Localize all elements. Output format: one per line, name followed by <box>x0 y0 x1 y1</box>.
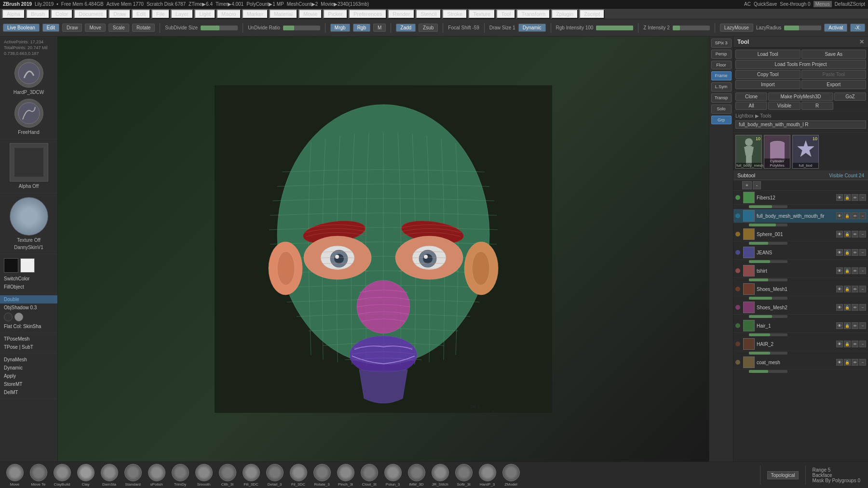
goz-btn[interactable]: GoZ <box>834 92 866 101</box>
quicksave-label[interactable]: QuickSave <box>754 1 777 7</box>
brush-bottom-item[interactable]: Fill_3DC <box>240 464 262 487</box>
subtool-icon[interactable]: ~ <box>859 231 866 237</box>
brush-bottom-item[interactable]: Clay <box>75 464 96 487</box>
subtool-icon[interactable]: ✏ <box>852 249 858 256</box>
subtool-icon[interactable]: ~ <box>859 286 866 292</box>
rgb-intensity-slider[interactable] <box>596 26 633 30</box>
tpose-mesh-btn[interactable]: TPoseMesh <box>0 335 57 343</box>
menu-item-tool[interactable]: Tool <box>496 9 515 19</box>
menu-item-picker[interactable]: Picker <box>323 9 348 19</box>
default2zscript[interactable]: DefaultZScript <box>835 1 865 7</box>
subtool-visibility-slider[interactable] <box>749 352 787 355</box>
paste-tool-btn[interactable]: Paste Tool <box>801 70 867 79</box>
brush-bottom-item[interactable]: Clth_3t <box>217 464 238 487</box>
viewport[interactable]: tile L tile 3 <box>58 37 709 462</box>
menu-item-marker[interactable]: Marker <box>242 9 268 19</box>
subtool-add-btn[interactable]: + <box>742 181 752 189</box>
tool-close-icon[interactable]: ✕ <box>859 39 864 45</box>
subtool-visibility-slider[interactable] <box>749 370 787 373</box>
subtool-icon[interactable]: ✏ <box>852 304 858 311</box>
subtool-icon[interactable]: 👁 <box>836 249 843 256</box>
subtool-icon[interactable]: 🔒 <box>844 341 851 347</box>
texture-thumb[interactable] <box>10 197 48 236</box>
fill-object-btn[interactable]: FillObject <box>0 283 57 291</box>
flat-col-btn[interactable]: Flat Col: SkinSha <box>0 322 57 330</box>
icon-btn-persp[interactable]: Persp <box>711 50 732 59</box>
icon-btn-lsym[interactable]: L.Sym <box>711 82 732 92</box>
menu-item-alpha[interactable]: Alpha <box>2 9 25 19</box>
canvas-area[interactable]: tile L tile 3 <box>58 37 709 462</box>
clone-btn[interactable]: Clone <box>735 92 767 101</box>
subtool-visibility-slider[interactable] <box>749 260 787 263</box>
subtool-icon[interactable]: 👁 <box>836 322 843 329</box>
double-btn[interactable]: Double <box>0 295 57 303</box>
subtool-item[interactable]: JEANS👁🔒✏~ <box>733 246 868 260</box>
icon-btn-grp[interactable]: Grp <box>711 116 732 125</box>
brush-bottom-item[interactable]: Softr_3t <box>453 464 475 487</box>
obj-shadow-btn[interactable]: ObjShadow 0.3 <box>0 303 57 312</box>
subtool-icon[interactable]: 🔒 <box>844 249 851 256</box>
brush-bottom-item[interactable]: Clout_3t <box>358 464 380 487</box>
brush-bottom-item[interactable]: ClayBuild <box>51 464 73 487</box>
store-mt-btn[interactable]: StoreMT <box>0 380 57 388</box>
edit-btn[interactable]: Edit <box>42 24 59 32</box>
load-tool-btn[interactable]: Load Tool <box>735 50 800 59</box>
menu-item-stroke[interactable]: Stroke <box>442 9 467 19</box>
tpose-sub-btn[interactable]: TPose | SubT <box>0 343 57 351</box>
subtool-icon[interactable]: ✏ <box>852 231 858 237</box>
menu-item-stencil[interactable]: Stencil <box>416 9 441 19</box>
brush-bottom-item[interactable]: Rotate_3 <box>311 464 333 487</box>
brush-bottom-item[interactable]: Move Te <box>27 464 49 487</box>
subtool-icon[interactable]: ~ <box>859 194 866 201</box>
undivide-ratio-slider[interactable] <box>283 26 320 30</box>
brush-bottom-item[interactable]: Standard <box>122 464 144 487</box>
subtool-icon[interactable]: 👁 <box>836 341 843 347</box>
lazy-radius-slider[interactable] <box>784 26 821 30</box>
subtool-icon[interactable]: 🔒 <box>844 267 851 274</box>
subtool-icon[interactable]: 👁 <box>836 286 843 292</box>
subtool-icon[interactable]: 👁 <box>836 231 843 237</box>
menus-btn[interactable]: Menus <box>814 1 832 7</box>
menu-item-file[interactable]: File <box>151 9 170 19</box>
subtool-item[interactable]: Sphere_001👁🔒✏~ <box>733 227 868 241</box>
subtool-item[interactable]: tshirt👁🔒✏~ <box>733 264 868 278</box>
subtool-icon[interactable]: 🔒 <box>844 212 851 219</box>
menu-item-preferences[interactable]: Preferences <box>349 9 387 19</box>
menu-item-edit[interactable]: Edit <box>132 9 150 19</box>
menu-item-render[interactable]: Render <box>388 9 415 19</box>
subtool-visibility-slider[interactable] <box>749 315 787 318</box>
menu-item-movie[interactable]: Movie <box>298 9 322 19</box>
subtool-icon[interactable]: 🔒 <box>844 194 851 201</box>
icon-btn-spix3[interactable]: SPix 3 <box>711 39 732 48</box>
brush-bottom-item[interactable]: DamSta <box>98 464 120 487</box>
icon-btn-frame[interactable]: Frame <box>711 71 732 80</box>
brush-bottom-item[interactable]: IMM_3D <box>406 464 427 487</box>
make-poly-3d-btn[interactable]: Make PolyMesh3D <box>768 92 833 101</box>
m-btn[interactable]: M <box>373 24 386 32</box>
copy-tool-btn[interactable]: Copy Tool <box>735 70 800 79</box>
del-mt-btn[interactable]: DelMT <box>0 388 57 396</box>
flat-col-swatch-light[interactable] <box>14 313 23 321</box>
z-intensity-slider[interactable] <box>673 26 710 30</box>
subtool-visibility-slider[interactable] <box>749 224 787 226</box>
subtool-visibility-slider[interactable] <box>749 278 787 281</box>
subtool-icon[interactable]: 🔒 <box>844 304 851 311</box>
activate-extra-btn[interactable]: -X: <box>850 24 865 32</box>
menu-item-zplugin[interactable]: Zplugin <box>551 9 578 19</box>
menu-item-texture[interactable]: Texture <box>468 9 495 19</box>
apply-btn[interactable]: Apply <box>0 372 57 380</box>
import-btn[interactable]: Import <box>735 80 800 89</box>
switch-color-btn[interactable]: SwitchColor <box>0 275 57 283</box>
subtool-icon[interactable]: 🔒 <box>844 286 851 292</box>
icon-btn-solo[interactable]: Solo <box>711 105 732 114</box>
rgb-btn[interactable]: Rgb <box>353 24 370 32</box>
subdivide-size-slider[interactable] <box>201 26 238 30</box>
menu-item-macro[interactable]: Macro <box>217 9 241 19</box>
color-swatch-white[interactable] <box>20 258 35 273</box>
brush-bottom-item[interactable]: TrimDy <box>169 464 191 487</box>
zsub-btn[interactable]: Zsub <box>419 24 438 32</box>
subtool-icon[interactable]: ✏ <box>852 286 858 292</box>
menu-item-brush[interactable]: Brush <box>26 9 50 19</box>
subtool-remove-btn[interactable]: - <box>753 181 761 189</box>
load-tools-from-project-btn[interactable]: Load Tools From Project <box>735 60 866 69</box>
